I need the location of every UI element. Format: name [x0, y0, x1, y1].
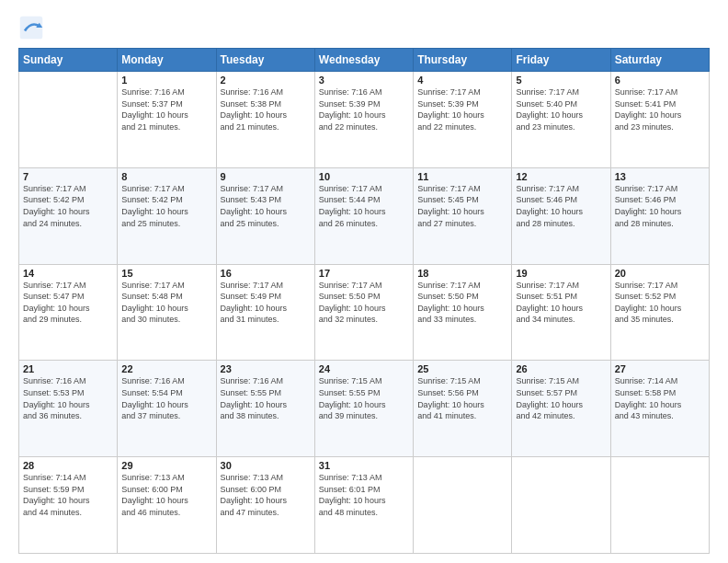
week-row-1: 1Sunrise: 7:16 AM Sunset: 5:37 PM Daylig…	[19, 72, 710, 168]
day-number: 21	[23, 363, 113, 374]
day-info: Sunrise: 7:17 AM Sunset: 5:50 PM Dayligh…	[417, 280, 507, 326]
calendar-cell: 19Sunrise: 7:17 AM Sunset: 5:51 PM Dayli…	[512, 264, 610, 361]
calendar-cell: 15Sunrise: 7:17 AM Sunset: 5:48 PM Dayli…	[118, 264, 216, 361]
calendar-cell: 18Sunrise: 7:17 AM Sunset: 5:50 PM Dayli…	[414, 264, 512, 361]
day-number: 24	[319, 363, 409, 374]
day-number: 10	[319, 171, 409, 182]
day-number: 3	[319, 75, 409, 86]
calendar-cell: 5Sunrise: 7:17 AM Sunset: 5:40 PM Daylig…	[512, 72, 610, 168]
calendar-cell	[512, 457, 610, 554]
calendar-cell: 26Sunrise: 7:15 AM Sunset: 5:57 PM Dayli…	[512, 361, 610, 457]
day-info: Sunrise: 7:17 AM Sunset: 5:48 PM Dayligh…	[121, 280, 211, 326]
day-number: 15	[121, 268, 211, 279]
day-info: Sunrise: 7:15 AM Sunset: 5:56 PM Dayligh…	[417, 375, 507, 421]
day-info: Sunrise: 7:17 AM Sunset: 5:42 PM Dayligh…	[23, 183, 113, 229]
day-info: Sunrise: 7:13 AM Sunset: 6:00 PM Dayligh…	[121, 472, 211, 518]
calendar-cell: 4Sunrise: 7:17 AM Sunset: 5:39 PM Daylig…	[414, 72, 512, 168]
day-info: Sunrise: 7:17 AM Sunset: 5:43 PM Dayligh…	[221, 183, 311, 229]
page: SundayMondayTuesdayWednesdayThursdayFrid…	[0, 0, 728, 563]
header	[18, 15, 710, 40]
calendar-cell: 28Sunrise: 7:14 AM Sunset: 5:59 PM Dayli…	[19, 457, 118, 554]
day-number: 8	[121, 171, 211, 182]
day-info: Sunrise: 7:13 AM Sunset: 6:00 PM Dayligh…	[221, 472, 311, 518]
day-header-wednesday: Wednesday	[314, 49, 413, 72]
calendar-cell: 9Sunrise: 7:17 AM Sunset: 5:43 PM Daylig…	[216, 167, 314, 264]
calendar-cell: 14Sunrise: 7:17 AM Sunset: 5:47 PM Dayli…	[19, 264, 118, 361]
day-number: 1	[121, 75, 211, 86]
day-number: 6	[615, 75, 705, 86]
day-number: 28	[23, 460, 113, 471]
day-number: 13	[615, 171, 705, 182]
calendar-cell: 29Sunrise: 7:13 AM Sunset: 6:00 PM Dayli…	[118, 457, 216, 554]
calendar-cell: 20Sunrise: 7:17 AM Sunset: 5:52 PM Dayli…	[610, 264, 709, 361]
day-header-friday: Friday	[512, 49, 610, 72]
day-number: 31	[319, 460, 409, 471]
day-number: 30	[221, 460, 311, 471]
day-info: Sunrise: 7:17 AM Sunset: 5:44 PM Dayligh…	[319, 183, 409, 229]
day-number: 25	[417, 363, 507, 374]
day-info: Sunrise: 7:17 AM Sunset: 5:49 PM Dayligh…	[221, 280, 311, 326]
day-info: Sunrise: 7:15 AM Sunset: 5:57 PM Dayligh…	[516, 375, 606, 421]
calendar-cell: 30Sunrise: 7:13 AM Sunset: 6:00 PM Dayli…	[216, 457, 314, 554]
day-number: 20	[615, 268, 705, 279]
logo	[18, 15, 48, 40]
week-row-4: 21Sunrise: 7:16 AM Sunset: 5:53 PM Dayli…	[19, 361, 710, 457]
day-number: 18	[417, 268, 507, 279]
day-info: Sunrise: 7:17 AM Sunset: 5:42 PM Dayligh…	[121, 183, 211, 229]
day-info: Sunrise: 7:15 AM Sunset: 5:55 PM Dayligh…	[319, 375, 409, 421]
day-number: 7	[23, 171, 113, 182]
day-info: Sunrise: 7:14 AM Sunset: 5:58 PM Dayligh…	[615, 375, 705, 421]
calendar-header-row: SundayMondayTuesdayWednesdayThursdayFrid…	[19, 49, 710, 72]
calendar-cell: 13Sunrise: 7:17 AM Sunset: 5:46 PM Dayli…	[610, 167, 709, 264]
calendar-table: SundayMondayTuesdayWednesdayThursdayFrid…	[18, 48, 710, 554]
calendar-cell: 25Sunrise: 7:15 AM Sunset: 5:56 PM Dayli…	[414, 361, 512, 457]
day-header-thursday: Thursday	[414, 49, 512, 72]
week-row-5: 28Sunrise: 7:14 AM Sunset: 5:59 PM Dayli…	[19, 457, 710, 554]
calendar-cell: 27Sunrise: 7:14 AM Sunset: 5:58 PM Dayli…	[610, 361, 709, 457]
calendar-cell: 23Sunrise: 7:16 AM Sunset: 5:55 PM Dayli…	[216, 361, 314, 457]
day-info: Sunrise: 7:17 AM Sunset: 5:39 PM Dayligh…	[417, 86, 507, 132]
calendar-cell: 7Sunrise: 7:17 AM Sunset: 5:42 PM Daylig…	[19, 167, 118, 264]
day-info: Sunrise: 7:17 AM Sunset: 5:41 PM Dayligh…	[615, 86, 705, 132]
day-header-saturday: Saturday	[610, 49, 709, 72]
day-info: Sunrise: 7:17 AM Sunset: 5:50 PM Dayligh…	[319, 280, 409, 326]
day-info: Sunrise: 7:17 AM Sunset: 5:52 PM Dayligh…	[615, 280, 705, 326]
calendar-cell: 31Sunrise: 7:13 AM Sunset: 6:01 PM Dayli…	[314, 457, 413, 554]
day-info: Sunrise: 7:17 AM Sunset: 5:46 PM Dayligh…	[615, 183, 705, 229]
calendar-cell: 17Sunrise: 7:17 AM Sunset: 5:50 PM Dayli…	[314, 264, 413, 361]
calendar-cell: 6Sunrise: 7:17 AM Sunset: 5:41 PM Daylig…	[610, 72, 709, 168]
calendar-cell: 16Sunrise: 7:17 AM Sunset: 5:49 PM Dayli…	[216, 264, 314, 361]
day-info: Sunrise: 7:17 AM Sunset: 5:40 PM Dayligh…	[516, 86, 606, 132]
day-number: 26	[516, 363, 606, 374]
calendar-cell: 1Sunrise: 7:16 AM Sunset: 5:37 PM Daylig…	[118, 72, 216, 168]
week-row-2: 7Sunrise: 7:17 AM Sunset: 5:42 PM Daylig…	[19, 167, 710, 264]
calendar-cell: 12Sunrise: 7:17 AM Sunset: 5:46 PM Dayli…	[512, 167, 610, 264]
day-number: 23	[221, 363, 311, 374]
day-header-monday: Monday	[118, 49, 216, 72]
day-info: Sunrise: 7:16 AM Sunset: 5:38 PM Dayligh…	[221, 86, 311, 132]
day-number: 2	[221, 75, 311, 86]
day-header-tuesday: Tuesday	[216, 49, 314, 72]
day-info: Sunrise: 7:16 AM Sunset: 5:37 PM Dayligh…	[121, 86, 211, 132]
logo-icon	[18, 15, 44, 40]
day-number: 5	[516, 75, 606, 86]
day-number: 22	[121, 363, 211, 374]
day-number: 12	[516, 171, 606, 182]
day-number: 4	[417, 75, 507, 86]
day-number: 11	[417, 171, 507, 182]
day-info: Sunrise: 7:14 AM Sunset: 5:59 PM Dayligh…	[23, 472, 113, 518]
calendar-cell: 11Sunrise: 7:17 AM Sunset: 5:45 PM Dayli…	[414, 167, 512, 264]
day-info: Sunrise: 7:17 AM Sunset: 5:46 PM Dayligh…	[516, 183, 606, 229]
calendar-cell: 2Sunrise: 7:16 AM Sunset: 5:38 PM Daylig…	[216, 72, 314, 168]
calendar-cell: 3Sunrise: 7:16 AM Sunset: 5:39 PM Daylig…	[314, 72, 413, 168]
day-info: Sunrise: 7:13 AM Sunset: 6:01 PM Dayligh…	[319, 472, 409, 518]
day-number: 9	[221, 171, 311, 182]
day-header-sunday: Sunday	[19, 49, 118, 72]
day-info: Sunrise: 7:16 AM Sunset: 5:54 PM Dayligh…	[121, 375, 211, 421]
calendar-cell: 21Sunrise: 7:16 AM Sunset: 5:53 PM Dayli…	[19, 361, 118, 457]
calendar-cell	[19, 72, 118, 168]
calendar-cell: 10Sunrise: 7:17 AM Sunset: 5:44 PM Dayli…	[314, 167, 413, 264]
calendar-cell: 24Sunrise: 7:15 AM Sunset: 5:55 PM Dayli…	[314, 361, 413, 457]
day-number: 29	[121, 460, 211, 471]
day-info: Sunrise: 7:17 AM Sunset: 5:47 PM Dayligh…	[23, 280, 113, 326]
